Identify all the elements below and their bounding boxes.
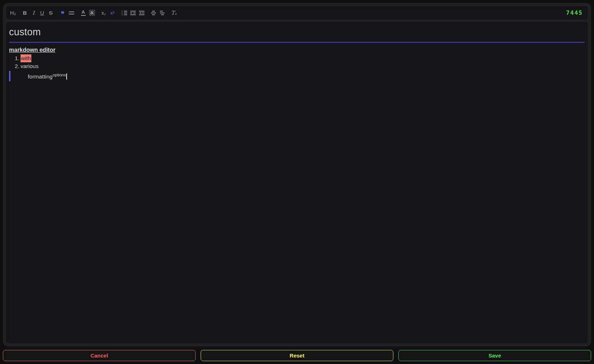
superscript-icon[interactable]: x² bbox=[108, 8, 117, 18]
align-spacing-icon[interactable] bbox=[158, 8, 166, 18]
list-item: 1. with bbox=[9, 54, 585, 62]
bold-icon[interactable]: B bbox=[21, 8, 29, 18]
highlight-color-letter: A bbox=[89, 10, 95, 16]
align-center-glyph bbox=[151, 10, 156, 16]
blockquote-icon[interactable]: ❞ bbox=[58, 8, 67, 18]
horizontal-rule-glyph bbox=[69, 12, 74, 14]
heading-2-icon[interactable]: H₂ bbox=[9, 8, 17, 18]
action-buttons-row: Cancel Reset Save bbox=[3, 350, 591, 361]
blockquote: formattingoptions bbox=[9, 71, 585, 81]
svg-text:3: 3 bbox=[121, 14, 122, 16]
cancel-button[interactable]: Cancel bbox=[3, 350, 196, 361]
list-text: various bbox=[21, 62, 39, 70]
blockquote-text: formatting bbox=[28, 73, 53, 80]
highlight-color-icon[interactable]: A bbox=[88, 8, 96, 18]
reset-button[interactable]: Reset bbox=[201, 350, 393, 361]
clear-formatting-icon[interactable]: Tₓ bbox=[170, 8, 178, 18]
rich-text-editor[interactable]: custom markdown editor 1. with 2. variou… bbox=[6, 22, 588, 343]
save-button[interactable]: Save bbox=[398, 350, 591, 361]
ordered-list-icon[interactable]: 1 2 3 bbox=[120, 8, 129, 18]
subscript-icon[interactable]: x₂ bbox=[99, 8, 108, 18]
document-heading: custom bbox=[9, 27, 585, 37]
character-count: 7445 bbox=[566, 9, 584, 16]
italic-icon[interactable]: I bbox=[29, 8, 38, 18]
formatting-toolbar: H₂ B I U S ❞ A A x₂ x² 1 2 3 bbox=[6, 6, 588, 19]
ordered-list-glyph: 1 2 3 bbox=[121, 10, 128, 16]
indent-glyph bbox=[130, 10, 136, 16]
editor-card: H₂ B I U S ❞ A A x₂ x² 1 2 3 bbox=[3, 3, 591, 346]
list-number: 1. bbox=[9, 54, 19, 62]
outdent-glyph bbox=[139, 10, 145, 16]
ordered-list: 1. with 2. various bbox=[9, 54, 585, 70]
align-center-icon[interactable] bbox=[149, 8, 158, 18]
text-cursor bbox=[66, 73, 67, 80]
outdent-icon[interactable] bbox=[137, 8, 146, 18]
text-color-letter: A bbox=[81, 10, 85, 14]
horizontal-rule-icon[interactable] bbox=[67, 8, 76, 18]
indent-icon[interactable] bbox=[129, 8, 137, 18]
text-color-icon[interactable]: A bbox=[79, 8, 88, 18]
align-spacing-glyph bbox=[159, 10, 165, 16]
underline-icon[interactable]: U bbox=[38, 8, 46, 18]
horizontal-rule bbox=[9, 42, 585, 43]
superscript-text: options bbox=[53, 73, 66, 77]
list-number: 2. bbox=[9, 62, 19, 70]
text-color-bar bbox=[81, 15, 86, 16]
strikethrough-icon[interactable]: S bbox=[46, 8, 55, 18]
list-item: 2. various bbox=[9, 62, 585, 70]
highlighted-text: with bbox=[21, 54, 31, 62]
document-subtitle: markdown editor bbox=[9, 46, 585, 54]
